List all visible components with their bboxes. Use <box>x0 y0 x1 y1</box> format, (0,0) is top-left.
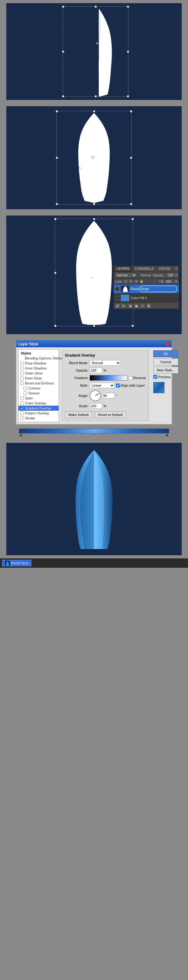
reverse-label: Reverse <box>129 376 146 380</box>
opacity-label: Normal <box>141 274 151 277</box>
bevel-check[interactable] <box>20 382 24 385</box>
panel-gradient-overlay[interactable]: Gradient Overlay <box>18 406 59 410</box>
section-3: ↗ + LAYERS CHANNELS PATHS ✕ Normal <box>0 212 188 337</box>
stop-center[interactable] <box>92 433 96 437</box>
rocket-shape-1 <box>74 8 124 97</box>
satin-check[interactable] <box>20 397 24 400</box>
fx-btn[interactable]: fx <box>121 303 126 308</box>
blend-mode-select[interactable]: Normal <box>115 273 137 278</box>
panel-color-overlay[interactable]: Color Overlay <box>18 401 59 406</box>
panel-satin[interactable]: Satin <box>18 396 59 401</box>
dialog-close-btn[interactable]: ✕ <box>166 342 170 346</box>
contour-check[interactable] <box>24 387 27 390</box>
blend-mode-label: Blend Mode: <box>65 361 88 365</box>
center-marker-h: ⊕ <box>91 154 95 159</box>
panel-outer-glow[interactable]: Outer Glow <box>18 371 59 376</box>
stop-right[interactable] <box>166 433 169 437</box>
make-default-btn[interactable]: Make Default <box>65 411 92 418</box>
panel-drop-shadow[interactable]: Drop Shadow <box>18 361 59 366</box>
cursor-3: ↗ <box>103 273 106 278</box>
ok-btn[interactable]: OK <box>153 350 178 357</box>
fill-input[interactable] <box>165 279 174 283</box>
layer-row-fill[interactable]: 👁 Color Fill 1 <box>114 294 179 302</box>
gradient-overlay-title: Gradient Overlay <box>65 353 146 358</box>
align-text: Align with Layer <box>121 383 145 387</box>
gradient-label: Gradient: <box>65 376 88 380</box>
color-overlay-check[interactable] <box>20 402 24 405</box>
gradient-overlay-section: Gradient Overlay Blend Mode: Normal Mult… <box>62 350 149 421</box>
outer-glow-check[interactable] <box>20 372 24 375</box>
layer-visibility-fill[interactable]: 👁 <box>115 296 119 300</box>
angle-input[interactable] <box>102 393 115 398</box>
lock-transparent-btn[interactable]: ⬡ <box>124 279 128 283</box>
handle-bl <box>62 95 64 97</box>
layer-visibility-rockit[interactable]: 👁 <box>115 287 119 291</box>
gradient-overlay-check[interactable] <box>20 407 24 410</box>
inner-glow-check[interactable] <box>20 377 24 380</box>
canvas-2: ⊕ ↖ <box>6 106 182 209</box>
reset-default-btn[interactable]: Reset to Default <box>95 411 126 418</box>
handle-tr <box>132 218 134 220</box>
tab-paths[interactable]: PATHS <box>157 266 173 272</box>
handle-bl <box>56 203 58 205</box>
panel-blending-options[interactable]: Blending Options: Default <box>18 356 59 361</box>
layers-tab-bar[interactable]: LAYERS CHANNELS PATHS ✕ <box>114 266 179 272</box>
panel-bevel-emboss[interactable]: Bevel and Emboss <box>18 381 59 386</box>
dialog-body: Styles Blending Options: Default Drop Sh… <box>16 347 172 424</box>
right-buttons: OK Cancel New Style... Preview <box>152 349 180 422</box>
adjustment-btn[interactable]: ◑ <box>127 303 133 308</box>
opacity-input[interactable] <box>165 273 174 278</box>
preview-check[interactable] <box>153 375 157 379</box>
style-dropdown[interactable]: Linear Radial Angle <box>90 383 115 388</box>
drop-shadow-check[interactable] <box>20 362 24 365</box>
panel-inner-glow[interactable]: Inner Glow <box>18 376 59 381</box>
stroke-check[interactable] <box>20 417 24 420</box>
trash-btn[interactable]: 🗑 <box>146 303 151 308</box>
reverse-text: Reverse <box>133 376 146 380</box>
layers-panel: LAYERS CHANNELS PATHS ✕ Normal Normal Op… <box>113 266 179 309</box>
contour-label: Contour <box>28 386 40 390</box>
opacity-form-input[interactable] <box>90 368 102 373</box>
new-layer-btn[interactable]: + <box>140 303 145 308</box>
cancel-btn[interactable]: Cancel <box>153 358 178 365</box>
tab-layers[interactable]: LAYERS <box>114 266 133 272</box>
lock-image-btn[interactable]: ✎ <box>129 279 133 283</box>
align-check[interactable] <box>116 383 120 388</box>
new-style-btn[interactable]: New Style... <box>153 367 178 374</box>
pattern-overlay-check[interactable] <box>20 412 24 415</box>
taskbar-item-1[interactable]: Rocket Body <box>2 560 32 566</box>
link-btn[interactable]: 🔗 <box>115 303 120 308</box>
layer-thumb-fill <box>121 294 129 301</box>
center-marker-3: + <box>91 275 93 280</box>
reverse-check[interactable] <box>129 376 133 380</box>
blend-mode-dropdown[interactable]: Normal Multiply Screen <box>90 360 121 366</box>
inner-shadow-check[interactable] <box>20 367 24 370</box>
texture-check[interactable] <box>24 391 27 395</box>
layers-close-btn[interactable]: ✕ <box>174 266 179 272</box>
lock-all-btn[interactable]: 🔒 <box>140 279 144 283</box>
layer-row-rockit[interactable]: 👁 Rockit Body <box>114 285 179 294</box>
section-1: + <box>0 0 188 103</box>
layer-name-rockit: Rockit Body <box>131 287 178 291</box>
texture-label: Texture <box>28 391 40 395</box>
handle-ml <box>62 51 64 53</box>
panel-pattern-overlay[interactable]: Pattern Overlay <box>18 410 59 416</box>
lock-position-btn[interactable]: ✛ <box>134 279 138 283</box>
group-btn[interactable]: ▣ <box>134 303 139 308</box>
outer-glow-label: Outer Glow <box>25 371 43 375</box>
taskbar-label-1: Rocket Body <box>11 562 29 565</box>
inner-shadow-label: Inner Shadow <box>25 366 47 370</box>
tab-channels[interactable]: CHANNELS <box>133 266 157 272</box>
gradient-row: Gradient: Reverse <box>65 375 146 381</box>
panel-texture[interactable]: Texture <box>18 391 59 396</box>
panel-contour[interactable]: Contour <box>18 386 59 391</box>
panel-stroke[interactable]: Stroke <box>18 416 59 421</box>
gradient-bar[interactable] <box>90 375 127 381</box>
scale-input[interactable] <box>90 403 102 409</box>
stop-left[interactable] <box>19 433 22 437</box>
section-3-container: ↗ + LAYERS CHANNELS PATHS ✕ Normal <box>6 215 182 334</box>
fill-percent: % <box>175 280 178 283</box>
opacity-row: Opacity: % <box>65 368 146 373</box>
panel-inner-shadow[interactable]: Inner Shadow <box>18 366 59 371</box>
angle-wheel[interactable] <box>90 390 101 401</box>
